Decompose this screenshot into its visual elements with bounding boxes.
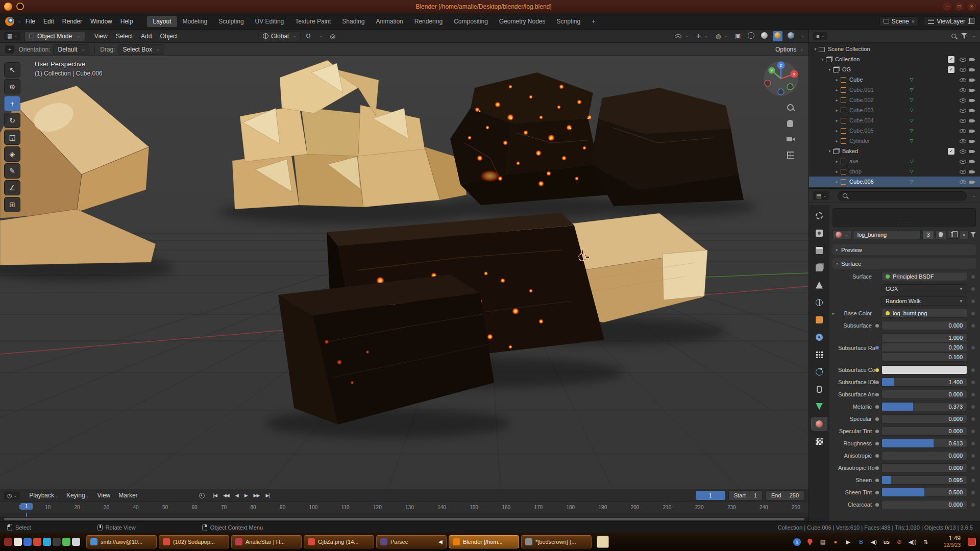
disclosure-icon[interactable]: ▸ — [834, 88, 840, 92]
playhead[interactable]: 1 — [20, 503, 33, 510]
shading-solid-button[interactable] — [760, 31, 769, 41]
decorator-dot[interactable] — [971, 405, 975, 409]
material-users-count[interactable]: 3 — [922, 230, 934, 239]
launcher-mail-client[interactable] — [14, 538, 22, 546]
visibility-dropdown[interactable]: ⌄ — [668, 32, 691, 40]
collection-checkbox[interactable]: ✓ — [948, 56, 954, 63]
menubar-menu[interactable]: Window — [86, 16, 116, 27]
launcher-web-browser[interactable] — [4, 538, 12, 546]
tray-volume-icon[interactable]: ◀) — [870, 538, 877, 546]
hide-in-viewport-icon[interactable] — [959, 117, 967, 124]
timeline-menu[interactable]: View⌄ — [93, 490, 114, 500]
outliner-editor-type-button[interactable]: ≡⌄ — [813, 32, 827, 40]
hide-in-viewport-icon[interactable] — [959, 97, 967, 104]
timeline-scrollbar[interactable] — [0, 517, 808, 521]
tray-media-play-icon[interactable]: ▶ — [845, 538, 852, 546]
tool-add-cube[interactable]: ⊞ — [4, 197, 20, 212]
outliner-row[interactable]: ▸ Cube.002 ▽ ✓ — [809, 95, 980, 105]
viewport-menu[interactable]: View — [90, 31, 112, 41]
tool-scale[interactable]: ◱ — [4, 130, 20, 145]
outliner-row[interactable]: ▸ axe ▽ ✓ — [809, 156, 980, 166]
taskbar-window-button[interactable]: GjbZa.png (14... ◀) — [304, 535, 374, 548]
xray-toggle[interactable]: ▣ — [733, 32, 743, 41]
disable-in-renders-icon[interactable] — [969, 158, 977, 165]
color-swatch[interactable] — [881, 365, 967, 374]
slider-field[interactable]: 0.000 — [881, 500, 967, 509]
dropdown-field[interactable]: GGX▼ — [881, 284, 967, 293]
tool-transform[interactable]: ◈ — [4, 146, 20, 162]
outliner-row[interactable]: ▸ Cube.005 ▽ ✓ — [809, 126, 980, 136]
decorator-dot[interactable] — [971, 430, 975, 433]
tray-pin-icon[interactable]: ● — [806, 538, 814, 546]
hide-in-viewport-icon[interactable] — [959, 77, 967, 83]
collection-checkbox[interactable]: ✓ — [948, 148, 954, 155]
launcher-terminal[interactable] — [53, 538, 61, 546]
decorator-dot[interactable] — [971, 466, 975, 470]
slider-field[interactable]: 0.500 — [881, 488, 967, 497]
tool-annotate[interactable]: ✎ — [4, 163, 20, 179]
new-material-button[interactable] — [948, 231, 958, 239]
disable-in-renders-icon[interactable] — [969, 168, 977, 175]
taskbar-window-button[interactable]: AnalieStar | H... ◀) — [231, 535, 302, 548]
play-reverse-button[interactable]: ◀ — [232, 491, 241, 499]
tool-select-box[interactable]: ↖ — [4, 62, 20, 78]
disable-in-renders-icon[interactable] — [969, 179, 977, 185]
tab-render[interactable] — [812, 227, 827, 239]
outliner-row[interactable]: ▸ Cube ▽ ✓ — [809, 74, 980, 85]
decorator-dot[interactable] — [971, 275, 975, 279]
tab-material[interactable] — [812, 417, 827, 430]
disable-in-renders-icon[interactable] — [969, 97, 977, 104]
viewport-menu[interactable]: Add — [137, 31, 156, 41]
snapping-dropdown[interactable]: ⌄ — [315, 33, 325, 39]
slider-field[interactable]: 0.095 — [881, 475, 967, 485]
launcher-screenshot-tool[interactable] — [72, 538, 80, 546]
shading-rendered-button[interactable] — [786, 31, 796, 41]
blender-menu-icon[interactable] — [5, 17, 14, 26]
tab-scene[interactable] — [812, 279, 827, 291]
disable-in-renders-icon[interactable] — [969, 56, 977, 63]
auto-keying-toggle[interactable] — [199, 493, 205, 498]
mode-dropdown[interactable]: Object Mode ⌄ — [24, 31, 85, 41]
maximize-button[interactable]: □ — [955, 2, 964, 11]
outliner-row[interactable]: ▸ Cube.003 ▽ ✓ — [809, 105, 980, 115]
disable-in-renders-icon[interactable] — [969, 138, 977, 144]
material-slot-list[interactable]: : : : : — [832, 208, 976, 227]
disclosure-icon[interactable]: ▸ — [834, 108, 840, 113]
overlays-dropdown[interactable]: ◍⌄ — [714, 32, 729, 41]
tool-measure[interactable]: ∠ — [4, 180, 20, 195]
expand-icon[interactable]: ▸ — [832, 311, 838, 316]
clock[interactable]: 1:49 12/9/23 — [944, 535, 961, 549]
taskbar-window-button[interactable]: *[bedscrown] (... ◀) — [521, 535, 592, 548]
tab-object[interactable] — [812, 313, 827, 326]
workspace-tab[interactable]: Modeling — [177, 16, 213, 27]
taskbar-window-button[interactable]: smb://awv@10... ◀) — [86, 535, 157, 548]
material-name-field[interactable]: log_burning — [853, 230, 921, 239]
next-keyframe-button[interactable]: ▶▶ — [251, 491, 263, 499]
disclosure-icon[interactable]: ▸ — [834, 118, 840, 123]
decorator-dot[interactable] — [971, 442, 975, 445]
slider-field[interactable]: 0.000 — [881, 451, 967, 460]
search-icon[interactable] — [951, 33, 957, 39]
minimize-button[interactable]: – — [943, 2, 951, 11]
launcher-chat-app[interactable] — [33, 538, 41, 546]
viewport-menu[interactable]: Select — [112, 31, 137, 41]
collection-checkbox[interactable]: ✓ — [948, 66, 954, 73]
launcher-messenger[interactable] — [43, 538, 51, 546]
toggle-ortho-icon[interactable] — [786, 151, 795, 160]
navigation-gizmo[interactable]: Z X Y — [762, 59, 800, 98]
camera-view-icon[interactable] — [786, 135, 795, 144]
workspace-tab[interactable]: Shading — [336, 16, 370, 27]
drag-dropdown[interactable]: Select Box ⌄ — [118, 44, 164, 55]
decorator-dot[interactable] — [971, 454, 975, 458]
tab-particles[interactable] — [812, 348, 827, 361]
slider-field[interactable]: 0.373 — [881, 402, 967, 411]
tab-physics[interactable] — [812, 365, 827, 378]
hide-in-viewport-icon[interactable] — [959, 168, 967, 175]
workspace-tab[interactable]: Animation — [370, 16, 408, 27]
hide-in-viewport-icon[interactable] — [959, 56, 967, 63]
taskbar-window-button[interactable]: (102) Sodapop... ◀) — [159, 535, 229, 548]
filter-icon[interactable] — [961, 33, 967, 39]
timeline-menu[interactable]: Playback⌄ — [25, 490, 62, 500]
options-dropdown[interactable]: Options ⌄ — [775, 46, 803, 53]
workspace-tab[interactable]: Layout — [147, 16, 177, 27]
